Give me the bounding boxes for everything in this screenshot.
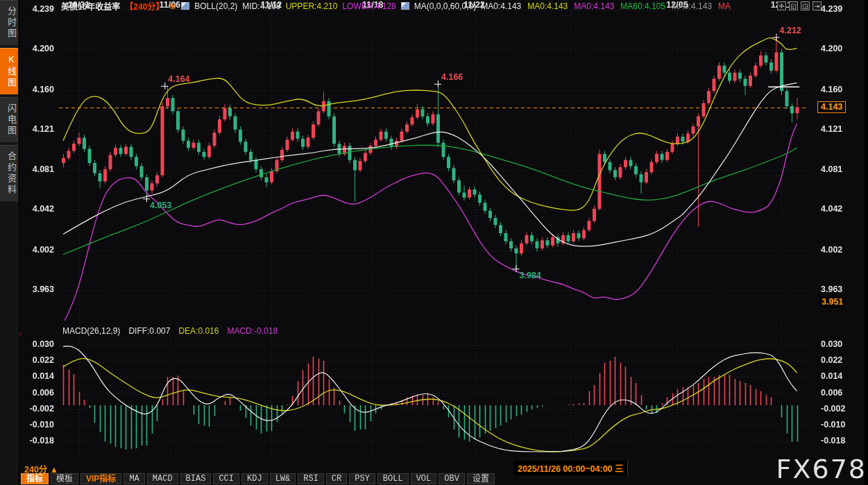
price-axis-tick-left: 4.121 [25,124,54,134]
price-axis-tick-left: 4.081 [25,164,54,174]
price-annotation: 3.984 [520,271,541,280]
price-axis-tick-right: 4.002 [821,245,850,255]
price-axis-tick-right: 4.200 [821,44,850,53]
boll-mid-value: MID:4.169 [242,1,280,11]
indicator-toolbar: 指标模板VIP指标MAMACDBIASCCIKDJLW&RSICRPSYBOLL… [21,473,495,484]
macd-name: MACD(26,12,9) [62,326,120,336]
macd-axis-tick-right: -0.010 [821,420,850,429]
secondary-price-marker: 3.951 [819,297,845,307]
price-axis-tick-left: 4.239 [25,4,54,14]
current-price-marker: 4.143 [817,101,846,113]
sidebar-tab-闪电图[interactable]: 闪电图 [0,97,18,143]
toolbar-button-CCI[interactable]: CCI [213,473,239,484]
toolbar-button-MACD[interactable]: MACD [147,473,178,484]
macd-axis-tick-left: 0.022 [25,355,54,365]
price-annotation: 4.212 [780,26,801,35]
boll-name: BOLL(20,2) [194,1,237,11]
price-axis-tick-left: 4.200 [25,44,54,53]
ma-value: MA60:4.105 [620,1,665,11]
macd-axis-tick-left: 0.006 [25,388,54,398]
macd-axis-tick-left: -0.010 [25,420,54,429]
macd-axis-tick-left: 0.030 [25,339,54,349]
toolbar-button-PSY[interactable]: PSY [349,473,375,484]
macd-axis-tick-left: 0.014 [25,371,54,381]
macd-header: MACD(26,12,9) DIFF:0.007 DEA:0.016 MACD:… [62,326,278,336]
macd-axis-tick-right: 0.006 [821,388,850,398]
toolbar-button-VIP指标[interactable]: VIP指标 [80,473,121,484]
ma-values: MA0:4.143MA0:4.143MA0:4.143MA60:4.105MA0… [481,1,731,11]
selected-session-label: 2025/11/26 00:00~04:00 三 [513,461,628,475]
ma-group-name: MA(0,0,0,60,0,0) [414,1,476,11]
price-axis-tick-right: 3.963 [821,284,850,294]
indicator-settings-icon[interactable]: ⊕ [169,1,176,10]
chart-window-icons: ✛◱◲⇥ [777,1,822,10]
instrument-title: 美债10年收益率 [61,0,120,12]
zoom-y-right-icon[interactable]: ◲ [801,1,810,10]
price-axis-tick-left: 4.042 [25,204,54,214]
macd-dea-value: DEA:0.016 [178,326,219,336]
macd-macd-value: MACD:-0.018 [227,326,278,336]
period-label: 【240分】 [125,0,164,12]
macd-axis-tick-right: 0.022 [821,355,850,365]
sidebar-tab-分时图[interactable]: 分时图 [0,0,18,46]
chart-type-sidebar: 分时图K线图闪电图合约资料 [0,0,19,485]
macd-axis-tick-right: -0.018 [821,436,850,445]
price-axis-tick-right: 4.160 [821,85,850,94]
ma-value: MA0:4.143 [481,1,521,11]
macd-axis-tick-right: -0.002 [821,404,850,414]
toolbar-button-BIAS[interactable]: BIAS [180,473,212,484]
price-axis-tick-right: 4.081 [821,164,850,174]
price-annotation: 4.164 [168,74,189,84]
price-axis-tick-right: 4.239 [821,4,850,14]
boll-upper-value: UPPER:4.210 [286,1,338,11]
price-axis-tick-left: 3.963 [25,284,54,294]
macd-axis-tick-left: -0.018 [25,436,54,445]
toolbar-button-指标[interactable]: 指标 [21,473,49,484]
sidebar-tab-合约资料[interactable]: 合约资料 [0,145,18,202]
pan-icon[interactable]: ✛ [777,1,786,10]
ma-chart-icon[interactable] [401,2,409,10]
zoom-y-left-icon[interactable]: ◱ [789,1,798,10]
toolbar-button-RSI[interactable]: RSI [298,473,324,484]
boll-lower-value: LOWER:4.128 [342,1,395,11]
right-edge-strip [865,0,868,485]
toolbar-button-设置[interactable]: 设置 [467,473,495,484]
toolbar-button-LW&[interactable]: LW& [270,473,296,484]
ma-value: MA [718,1,731,11]
macd-axis-tick-right: 0.014 [821,371,850,381]
toolbar-button-MA[interactable]: MA [124,473,144,484]
price-axis-tick-right: 4.121 [821,124,850,134]
toolbar-button-CR[interactable]: CR [326,473,347,484]
toolbar-button-BOLL[interactable]: BOLL [377,473,409,484]
chart-canvas[interactable] [0,0,868,485]
boll-chart-icon[interactable] [181,2,189,10]
price-axis-tick-left: 4.002 [25,245,54,255]
toolbar-button-OBV[interactable]: OBV [439,473,465,484]
pan-right-icon[interactable]: ⇥ [812,1,822,10]
macd-diff-value: DIFF:0.007 [128,326,170,336]
toolbar-button-VOL[interactable]: VOL [411,473,437,484]
price-annotation: 4.053 [150,201,171,210]
toolbar-button-KDJ[interactable]: KDJ [241,473,268,484]
toolbar-button-模板[interactable]: 模板 [51,473,78,484]
ma-value: MA0:4.143 [574,1,614,11]
watermark: FX678 [776,456,867,482]
trading-terminal: 分时图K线图闪电图合约资料 美债10年收益率 【240分】 ⊕ BOLL(20,… [0,0,868,485]
price-axis-tick-left: 4.160 [25,85,54,94]
indicator-header: 美债10年收益率 【240分】 ⊕ BOLL(20,2) MID:4.169 U… [61,1,731,11]
sidebar-tab-K线图[interactable]: K线图 [0,48,18,95]
ma-value: MA0:4.143 [527,1,568,11]
macd-axis-tick-right: 0.030 [821,339,850,349]
price-annotation: 4.166 [441,72,463,82]
price-axis-tick-right: 4.042 [821,204,850,214]
macd-axis-tick-left: -0.002 [25,404,54,414]
ma-value: MA0:4.143 [672,1,712,11]
